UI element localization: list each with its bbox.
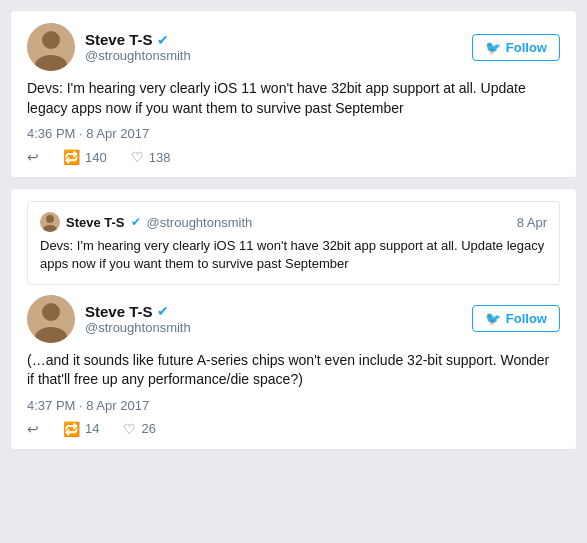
verified-icon-1: ✔ [157, 32, 169, 48]
like-action-2[interactable]: ♡ 26 [123, 421, 155, 437]
twitter-bird-icon-1: 🐦 [485, 40, 501, 55]
retweet-action-1[interactable]: 🔁 140 [63, 149, 107, 165]
tweet-text-2: (…and it sounds like future A-series chi… [27, 351, 560, 390]
user-handle-2: @stroughtonsmith [85, 320, 191, 335]
retweet-count-1: 140 [85, 150, 107, 165]
user-name-2: Steve T-S [85, 303, 153, 320]
follow-button-2[interactable]: 🐦 Follow [472, 305, 560, 332]
avatar-2 [27, 295, 75, 343]
follow-label-1: Follow [506, 40, 547, 55]
retweet-icon-1: 🔁 [63, 149, 80, 165]
tweet-header-2: Steve T-S ✔ @stroughtonsmith 🐦 Follow [27, 295, 560, 343]
user-handle-1: @stroughtonsmith [85, 48, 191, 63]
twitter-bird-icon-2: 🐦 [485, 311, 501, 326]
reply-icon-2: ↩ [27, 421, 39, 437]
retweet-icon-2: 🔁 [63, 421, 80, 437]
retweet-action-2[interactable]: 🔁 14 [63, 421, 99, 437]
quoted-tweet: Steve T-S ✔ @stroughtonsmith 8 Apr Devs:… [27, 201, 560, 284]
quoted-verified-icon: ✔ [131, 215, 141, 229]
tweet-card-1: Steve T-S ✔ @stroughtonsmith 🐦 Follow De… [10, 10, 577, 178]
user-info-1: Steve T-S ✔ @stroughtonsmith [85, 31, 191, 63]
tweet-header-left-2: Steve T-S ✔ @stroughtonsmith [27, 295, 191, 343]
like-icon-1: ♡ [131, 149, 144, 165]
like-count-2: 26 [141, 421, 155, 436]
user-info-2: Steve T-S ✔ @stroughtonsmith [85, 303, 191, 335]
like-action-1[interactable]: ♡ 138 [131, 149, 171, 165]
reply-action-1[interactable]: ↩ [27, 149, 39, 165]
verified-icon-2: ✔ [157, 303, 169, 319]
reply-action-2[interactable]: ↩ [27, 421, 39, 437]
avatar-1 [27, 23, 75, 71]
retweet-count-2: 14 [85, 421, 99, 436]
user-name-row-1: Steve T-S ✔ [85, 31, 191, 48]
user-name-row-2: Steve T-S ✔ [85, 303, 191, 320]
quoted-date: 8 Apr [517, 215, 547, 230]
tweet-text-1: Devs: I'm hearing very clearly iOS 11 wo… [27, 79, 560, 118]
tweet-header-left-1: Steve T-S ✔ @stroughtonsmith [27, 23, 191, 71]
quoted-tweet-header: Steve T-S ✔ @stroughtonsmith 8 Apr [40, 212, 547, 232]
like-count-1: 138 [149, 150, 171, 165]
tweet-timestamp-1: 4:36 PM · 8 Apr 2017 [27, 126, 560, 141]
quoted-handle: @stroughtonsmith [147, 215, 253, 230]
tweet-actions-1: ↩ 🔁 140 ♡ 138 [27, 149, 560, 165]
quoted-avatar [40, 212, 60, 232]
tweet-header-1: Steve T-S ✔ @stroughtonsmith 🐦 Follow [27, 23, 560, 71]
tweet-timestamp-2: 4:37 PM · 8 Apr 2017 [27, 398, 560, 413]
tweet-card-2: Steve T-S ✔ @stroughtonsmith 8 Apr Devs:… [10, 188, 577, 450]
quoted-text: Devs: I'm hearing very clearly iOS 11 wo… [40, 237, 547, 273]
like-icon-2: ♡ [123, 421, 136, 437]
follow-button-1[interactable]: 🐦 Follow [472, 34, 560, 61]
tweet-actions-2: ↩ 🔁 14 ♡ 26 [27, 421, 560, 437]
reply-icon-1: ↩ [27, 149, 39, 165]
user-name-1: Steve T-S [85, 31, 153, 48]
follow-label-2: Follow [506, 311, 547, 326]
quoted-user-name: Steve T-S [66, 215, 125, 230]
